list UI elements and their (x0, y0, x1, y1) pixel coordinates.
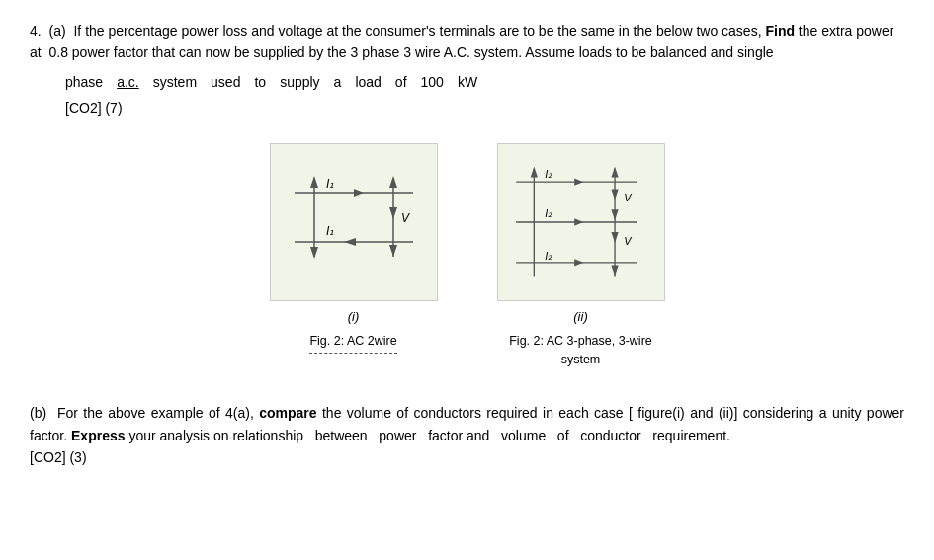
svg-marker-4 (310, 247, 318, 259)
svg-text:I₂: I₂ (545, 207, 552, 219)
svg-text:I₁: I₁ (326, 224, 334, 238)
fig2-caption: Fig. 2: AC 3-phase, 3-wire system (509, 332, 652, 369)
fig1-caption-line1: Fig. 2: AC 2wire (309, 332, 396, 351)
and-word-2: and (467, 428, 489, 443)
co2-part-b: [CO2] (3) (30, 449, 87, 465)
word-of: of (395, 74, 407, 90)
svg-text:I₂: I₂ (545, 250, 552, 262)
word-load: load (355, 74, 381, 90)
part-a-line3: phase a.c. system used to supply a load … (30, 74, 904, 90)
svg-marker-20 (611, 166, 618, 177)
word-used: used (211, 74, 240, 90)
word-ac: a.c. (117, 74, 139, 90)
fig1-caption: Fig. 2: AC 2wire (309, 332, 396, 354)
svg-marker-31 (611, 232, 618, 243)
part-a-label: (a) (49, 23, 66, 39)
svg-text:V: V (401, 211, 410, 225)
svg-marker-18 (530, 166, 537, 177)
find-keyword: Find (765, 23, 795, 39)
part-b-label: (b) (30, 405, 46, 421)
fig2-roman-label: (ii) (573, 309, 587, 324)
svg-marker-32 (611, 265, 618, 276)
fig2-caption-line1: Fig. 2: AC 3-phase, 3-wire (509, 332, 652, 351)
word-supply: supply (280, 74, 319, 90)
svg-marker-8 (354, 189, 364, 197)
word-100: 100 (421, 74, 444, 90)
svg-marker-12 (389, 207, 397, 219)
compare-keyword: compare (259, 405, 316, 421)
svg-marker-13 (389, 245, 397, 257)
svg-text:I₂: I₂ (545, 167, 552, 179)
word-system: system (153, 74, 197, 90)
svg-marker-24 (574, 178, 583, 185)
svg-marker-29 (611, 189, 618, 200)
svg-marker-3 (310, 176, 318, 188)
circuit-diagram-2: I₂ I₂ I₂ V V (497, 143, 665, 301)
fig1-dashes (309, 353, 396, 354)
ac-3wire-svg: I₂ I₂ I₂ V V (498, 143, 664, 301)
ac-2wire-svg: I₁ I₁ V (275, 148, 433, 296)
part-a-text: 4. (a) If the percentage power loss and … (30, 20, 904, 64)
fig2-caption-line2: system (509, 351, 652, 369)
question-number: 4. (30, 23, 42, 39)
part-b: (b) For the above example of 4(a), compa… (30, 402, 904, 468)
word-a: a (334, 74, 342, 90)
svg-marker-26 (574, 259, 583, 266)
svg-text:I₁: I₁ (326, 177, 334, 191)
part-a-content: If the percentage power loss and voltage… (30, 23, 893, 60)
svg-marker-25 (574, 218, 583, 225)
word-kw: kW (458, 74, 477, 90)
express-keyword: Express (71, 428, 125, 443)
co2-part-a: [CO2] (7) (30, 100, 904, 116)
fig1-roman-label: (i) (348, 309, 360, 324)
svg-marker-10 (344, 238, 356, 246)
word-to: to (254, 74, 266, 90)
svg-marker-30 (611, 209, 618, 220)
svg-marker-6 (389, 176, 397, 188)
and-word-1: and (711, 44, 733, 60)
svg-text:V: V (624, 234, 633, 246)
word-phase: phase (65, 74, 103, 90)
figures-row: I₁ I₁ V (i) Fig. 2: AC 2wire (30, 143, 904, 369)
circuit-diagram-1: I₁ I₁ V (270, 143, 438, 301)
question-block: 4. (a) If the percentage power loss and … (30, 20, 904, 468)
svg-text:V: V (624, 192, 633, 203)
figure-2: I₂ I₂ I₂ V V (497, 143, 665, 369)
figure-1: I₁ I₁ V (i) Fig. 2: AC 2wire (270, 143, 438, 354)
